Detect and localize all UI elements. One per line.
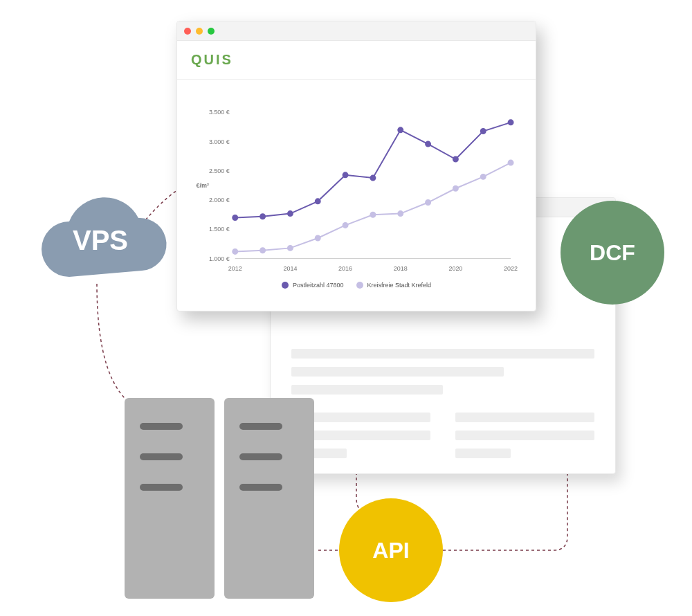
chart-window: QUIS 1.000 €1.500 €2.000 €2.500 €3.000 €…: [176, 21, 536, 311]
svg-point-30: [370, 212, 375, 217]
server-rack: [224, 398, 314, 599]
legend-item: Kreisfreie Stadt Krefeld: [356, 282, 432, 289]
svg-text:2014: 2014: [283, 266, 297, 273]
svg-point-32: [426, 200, 430, 205]
svg-text:2016: 2016: [338, 266, 352, 273]
svg-point-14: [233, 215, 237, 220]
rack-line: [239, 453, 282, 460]
line-chart: 1.000 €1.500 €2.000 €2.500 €3.000 €3.500…: [194, 100, 519, 280]
svg-point-28: [316, 236, 320, 241]
server-racks: [125, 398, 314, 599]
svg-text:€/m²: €/m²: [196, 182, 208, 189]
rack-line: [239, 423, 282, 430]
svg-text:1.500 €: 1.500 €: [209, 226, 230, 233]
doc-line: [291, 367, 504, 377]
window-close-icon: [184, 28, 191, 35]
server-rack: [125, 398, 215, 599]
svg-point-20: [398, 127, 403, 132]
svg-text:2.000 €: 2.000 €: [209, 197, 230, 203]
doc-line: [291, 349, 594, 359]
brand-bar: QUIS: [177, 41, 536, 80]
svg-point-22: [453, 157, 458, 162]
svg-point-15: [260, 214, 265, 219]
svg-point-16: [288, 211, 293, 216]
rack-line: [140, 453, 183, 460]
chart-area: 1.000 €1.500 €2.000 €2.500 €3.000 €3.500…: [177, 80, 536, 301]
doc-line: [455, 413, 594, 422]
legend-label: Postleitzahl 47800: [293, 282, 344, 289]
svg-point-23: [481, 129, 486, 134]
window-titlebar: [177, 21, 536, 41]
svg-point-33: [453, 186, 458, 191]
svg-text:2012: 2012: [228, 266, 242, 273]
svg-point-25: [233, 249, 237, 254]
svg-point-34: [481, 174, 486, 179]
doc-line: [291, 385, 443, 395]
window-zoom-icon: [208, 28, 215, 35]
svg-text:3.500 €: 3.500 €: [209, 109, 230, 116]
svg-point-35: [509, 161, 513, 165]
window-minimize-icon: [196, 28, 203, 35]
svg-point-19: [370, 176, 375, 181]
svg-text:2022: 2022: [504, 266, 518, 273]
svg-text:2.500 €: 2.500 €: [209, 167, 230, 174]
svg-point-26: [260, 248, 265, 253]
vps-cloud-badge: VPS: [28, 194, 173, 287]
svg-point-29: [343, 223, 348, 228]
doc-line: [455, 431, 594, 440]
rack-line: [140, 484, 183, 491]
svg-text:1.000 €: 1.000 €: [209, 255, 230, 262]
legend-item: Postleitzahl 47800: [282, 282, 344, 289]
svg-text:3.000 €: 3.000 €: [209, 138, 230, 145]
brand-logo: QUIS: [191, 52, 233, 68]
doc-line: [455, 449, 511, 458]
rack-line: [239, 484, 282, 491]
api-badge: API: [339, 498, 443, 602]
rack-line: [140, 423, 183, 430]
svg-point-31: [398, 211, 403, 216]
api-label: API: [372, 538, 409, 563]
svg-point-27: [288, 246, 293, 251]
svg-point-24: [509, 120, 513, 125]
dcf-label: DCF: [590, 240, 635, 266]
chart-legend: Postleitzahl 47800 Kreisfreie Stadt Kref…: [194, 282, 519, 289]
svg-text:2020: 2020: [448, 266, 462, 273]
dcf-badge: DCF: [561, 201, 664, 305]
svg-point-21: [426, 142, 430, 147]
svg-point-17: [316, 199, 320, 203]
vps-label: VPS: [73, 225, 128, 256]
legend-label: Kreisfreie Stadt Krefeld: [367, 282, 432, 289]
svg-text:2018: 2018: [394, 266, 408, 273]
svg-point-18: [343, 172, 348, 177]
